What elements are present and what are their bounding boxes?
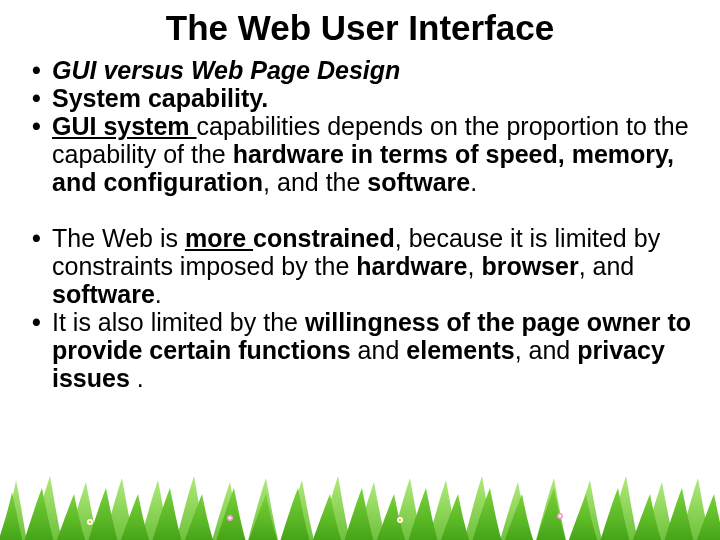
text: The Web is <box>52 224 185 252</box>
svg-point-7 <box>559 515 562 518</box>
text: . <box>470 168 477 196</box>
bullet-5: It is also limited by the willingness of… <box>28 308 694 392</box>
text: GUI system <box>52 112 197 140</box>
text: constrained <box>253 224 395 252</box>
text: software <box>367 168 470 196</box>
text: more <box>185 224 253 252</box>
bullet-3: GUI system capabilities depends on the p… <box>28 112 694 196</box>
bullet-2: System capability. <box>28 84 694 112</box>
grass-decor-icon <box>0 470 720 540</box>
text: . <box>155 280 162 308</box>
text: System capability. <box>52 84 268 112</box>
text: It is also limited by the <box>52 308 305 336</box>
bullet-4: The Web is more constrained, because it … <box>28 224 694 308</box>
text: . <box>137 364 144 392</box>
bullet-1: GUI versus Web Page Design <box>28 56 694 84</box>
bullet-list: GUI versus Web Page Design System capabi… <box>28 56 694 196</box>
text: , and <box>515 336 578 364</box>
svg-point-5 <box>399 519 402 522</box>
slide-body: GUI versus Web Page Design System capabi… <box>0 56 720 392</box>
svg-point-6 <box>557 513 563 519</box>
text: software <box>52 280 155 308</box>
text: , and <box>579 252 635 280</box>
text: elements <box>406 336 514 364</box>
text: hardware <box>356 252 467 280</box>
text: GUI versus Web Page Design <box>52 56 400 84</box>
text: browser <box>481 252 578 280</box>
svg-point-4 <box>397 517 403 523</box>
slide: The Web User Interface GUI versus Web Pa… <box>0 8 720 540</box>
spacer <box>28 196 694 224</box>
text: , and the <box>263 168 367 196</box>
text: , <box>468 252 482 280</box>
bullet-list-2: The Web is more constrained, because it … <box>28 224 694 392</box>
svg-point-3 <box>229 517 232 520</box>
text: and <box>358 336 407 364</box>
svg-point-0 <box>87 519 93 525</box>
svg-point-2 <box>227 515 233 521</box>
svg-point-1 <box>89 521 92 524</box>
slide-title: The Web User Interface <box>0 8 720 48</box>
